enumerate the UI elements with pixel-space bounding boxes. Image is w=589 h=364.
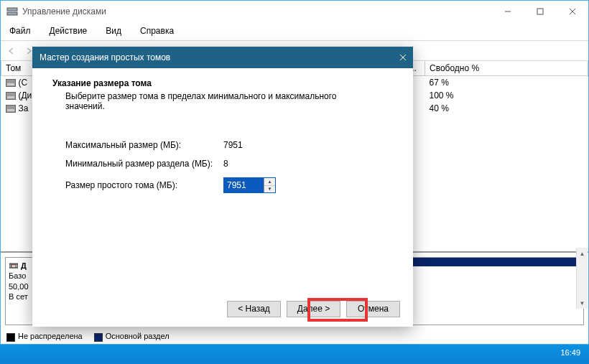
legend-swatch-unallocated: [6, 333, 15, 342]
svg-rect-3: [537, 9, 543, 14]
menu-file[interactable]: Файл: [6, 24, 34, 37]
cancel-button[interactable]: Отмена: [346, 301, 400, 317]
back-button[interactable]: < Назад: [227, 301, 281, 317]
spin-down-button[interactable]: ▼: [264, 186, 275, 193]
menubar: Файл Действие Вид Справка: [1, 22, 588, 41]
legend: Не распределена Основной раздел: [1, 330, 588, 344]
wizard-description: Выберите размер тома в пределах минималь…: [65, 91, 353, 111]
menu-view[interactable]: Вид: [103, 24, 124, 37]
wizard-heading: Указание размера тома: [52, 78, 393, 88]
next-button[interactable]: Далее >: [287, 301, 340, 317]
taskbar[interactable]: 16:49: [0, 345, 589, 364]
col-free-pct[interactable]: Свободно %: [425, 61, 588, 76]
back-icon: [4, 43, 19, 59]
menu-help[interactable]: Справка: [137, 24, 177, 37]
wizard-titlebar[interactable]: Мастер создания простых томов: [32, 47, 413, 68]
max-size-label: Максимальный размер (МБ):: [65, 140, 223, 150]
volume-size-input[interactable]: [224, 178, 264, 192]
close-button[interactable]: [556, 1, 588, 22]
min-size-label: Минимальный размер раздела (МБ):: [65, 159, 223, 169]
wizard-title-text: Мастер создания простых томов: [40, 52, 170, 62]
svg-rect-0: [7, 8, 17, 11]
volume-icon: [6, 79, 16, 87]
window-title: Управление дисками: [22, 6, 106, 17]
app-icon: [6, 6, 18, 17]
min-size-value: 8: [223, 159, 228, 169]
menu-action[interactable]: Действие: [47, 24, 91, 37]
minimize-button[interactable]: [491, 1, 524, 22]
titlebar[interactable]: Управление дисками: [1, 1, 588, 22]
maximize-button[interactable]: [524, 1, 556, 22]
wizard-footer: < Назад Далее > Отмена: [32, 291, 413, 327]
volume-icon: [6, 92, 16, 100]
legend-swatch-primary: [94, 333, 103, 342]
volume-size-label: Размер простого тома (МБ):: [65, 180, 223, 190]
wizard-close-button[interactable]: [393, 47, 413, 68]
svg-rect-1: [7, 12, 17, 15]
simple-volume-wizard: Мастер создания простых томов Указание р…: [32, 47, 413, 327]
volume-icon: [6, 105, 16, 113]
wizard-body: Указание размера тома Выберите размер то…: [32, 68, 413, 291]
spin-up-button[interactable]: ▲: [264, 178, 275, 186]
scrollbar-vertical[interactable]: ▲ ▼: [576, 248, 588, 309]
max-size-value: 7951: [223, 140, 243, 150]
taskbar-clock: 16:49: [560, 348, 580, 357]
